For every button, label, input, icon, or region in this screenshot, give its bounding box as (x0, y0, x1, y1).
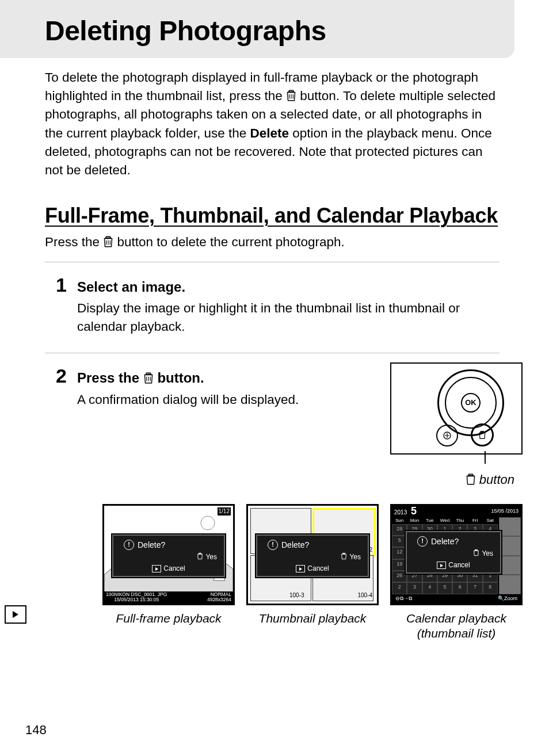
intro-bold: Delete (250, 126, 289, 140)
shot-thumbnail: 100-2 100-3 100-4 !Delete? Yes Cancel (246, 504, 379, 642)
date-cell: 3 (407, 582, 422, 594)
date-cell: 5 (437, 582, 452, 594)
thumb-label: 100-3 (289, 591, 304, 600)
intro-paragraph: To delete the photograph displayed in fu… (45, 68, 500, 180)
dow-cell: Thu (452, 517, 467, 524)
dialog-cancel: Cancel (307, 564, 329, 574)
step-1: 1 Select an image. Display the image or … (45, 268, 500, 346)
trash-icon (466, 472, 479, 487)
shot-caption: Full-frame playback (102, 611, 235, 626)
calendar-header: 2013 5 15/05 /2013 (392, 506, 521, 517)
dialog-yes: Yes (482, 549, 493, 559)
dow-cell: Mon (407, 517, 422, 524)
step-number: 1 (51, 275, 67, 335)
delete-dialog: !Delete? Yes Cancel (112, 534, 225, 577)
playback-icon (152, 565, 161, 572)
dow-cell: Sat (483, 517, 498, 524)
step-title: Select an image. (77, 277, 500, 297)
date-cell: 4 (422, 582, 437, 594)
step-number: 2 (51, 366, 67, 641)
step-2: 2 Press the button. A confirmation d (45, 359, 500, 651)
calendar-footer: ⊖⧉→⧉ 🔍Zoom (392, 594, 521, 604)
dialog-yes: Yes (349, 552, 361, 562)
shot-caption: Calendar playback (thumbnail list) (390, 611, 523, 642)
date-cell: 5 (392, 536, 407, 547)
lead-b: button to delete the current photograph. (117, 235, 345, 249)
warning-icon: ! (268, 540, 278, 550)
step-text: Display the image or highlight it in the… (77, 299, 500, 335)
body-content: To delete the photograph displayed in fu… (0, 58, 549, 651)
frame-counter: 1/12 (218, 507, 231, 516)
zoom-out-icon: ⊖⧉→⧉ (395, 595, 412, 602)
ok-button-icon: OK (461, 393, 481, 413)
dow-cell: Tue (422, 517, 437, 524)
date-cell: 7 (467, 582, 482, 594)
header-band: Deleting Photographs (0, 0, 514, 58)
date-cell: 28 (392, 524, 407, 536)
screenshots-row: 1/12 !Delete? Yes Cancel 100NIKON DSC_00… (102, 504, 523, 642)
page-title: Deleting Photographs (45, 15, 514, 47)
thumb-label: 100-4 (357, 591, 372, 600)
playback-icon (296, 565, 305, 572)
ae-l-button-icon (436, 425, 458, 446)
cal-year: 2013 (394, 509, 407, 516)
dialog-cancel: Cancel (163, 564, 185, 574)
warning-icon: ! (417, 536, 428, 547)
dialog-cancel: Cancel (448, 560, 470, 570)
date-cell: 8 (483, 582, 498, 594)
dow-cell: Sun (392, 517, 407, 524)
step2-title-a: Press the (77, 370, 143, 385)
shot-calendar: 2013 5 15/05 /2013 Sun Mon Tue Wed Thu F (390, 504, 523, 642)
date-cell: 19 (392, 559, 407, 571)
dow-cell: Fri (467, 517, 482, 524)
diagram-caption-text: button (479, 472, 514, 487)
callout-line (485, 451, 486, 464)
calendar-dow: Sun Mon Tue Wed Thu Fri Sat (392, 517, 498, 524)
step-title: Press the button. (77, 368, 380, 388)
shot-caption: Thumbnail playback (246, 611, 379, 626)
date-cell: 2 (392, 582, 407, 594)
magnify-icon: 🔍 (498, 595, 504, 601)
calendar-side-thumbs (499, 517, 521, 594)
warning-icon: ! (124, 540, 134, 550)
playback-tab-icon (5, 605, 26, 624)
dow-cell: Wed (437, 517, 452, 524)
date-cell: 12 (392, 547, 407, 559)
steps-list: 1 Select an image. Display the image or … (45, 268, 500, 651)
svg-point-2 (201, 516, 215, 530)
dialog-question: Delete? (138, 539, 165, 551)
camera-diagram: OK (390, 362, 523, 455)
lead-a: Press the (45, 235, 103, 249)
dialog-yes: Yes (205, 552, 217, 562)
section-lead: Press the button to delete the current p… (45, 233, 500, 251)
delete-dialog: !Delete? Yes Cancel (256, 534, 369, 577)
divider (45, 262, 500, 262)
step-text: A confirmation dialog will be displayed. (77, 391, 380, 409)
section-heading: Full-Frame, Thumbnail, and Calendar Play… (45, 203, 500, 230)
diagram-caption: button (390, 471, 514, 488)
trash-icon (473, 549, 479, 559)
delete-button-icon (471, 423, 494, 446)
date-cell: 26 (392, 571, 407, 582)
dialog-question: Delete? (281, 539, 309, 551)
trash-icon (286, 89, 300, 103)
meta-resolution: 4928x3264 (207, 597, 231, 602)
page-number: 148 (25, 723, 47, 738)
shot-fullframe: 1/12 !Delete? Yes Cancel 100NIKON DSC_00… (102, 504, 235, 642)
trash-icon (197, 552, 203, 563)
meta-datetime: 15/05/2013 15:30:05 (106, 597, 167, 602)
trash-icon (143, 370, 158, 385)
divider (45, 353, 500, 353)
dialog-question: Delete? (431, 536, 459, 547)
cal-month: 5 (411, 505, 417, 517)
photo-metadata: 100NIKON DSC_0001. JPG 15/05/2013 15:30:… (104, 591, 233, 604)
date-cell: 6 (452, 582, 467, 594)
delete-dialog: !Delete? Yes Cancel (406, 531, 501, 574)
zoom-label: Zoom (504, 595, 517, 601)
trash-icon (341, 552, 347, 563)
trash-icon (103, 235, 117, 249)
manual-page: Deleting Photographs To delete the photo… (0, 0, 549, 756)
playback-icon (437, 562, 446, 569)
step2-title-b: button. (157, 370, 204, 385)
cal-date-tag: 15/05 /2013 (491, 507, 518, 515)
